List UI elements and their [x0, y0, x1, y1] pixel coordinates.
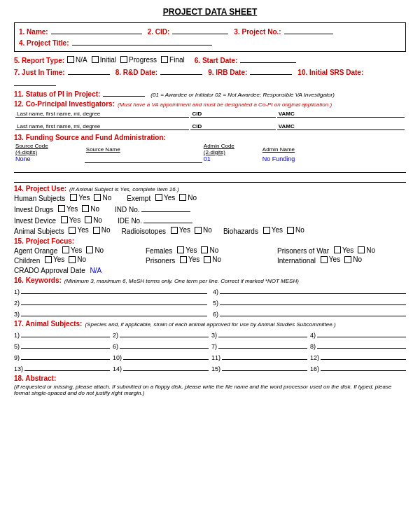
animal-field-5[interactable] [21, 340, 110, 349]
animal-field-10[interactable] [123, 351, 209, 360]
fund-row2-code[interactable] [14, 162, 85, 172]
ch-no-checkbox[interactable] [69, 256, 76, 263]
na-checkbox[interactable] [67, 56, 74, 63]
agent-orange-label: Agent Orange [14, 247, 57, 255]
fund-source-code-val: None [14, 155, 85, 162]
animal-field-13[interactable] [24, 363, 110, 371]
device-yes-checkbox[interactable] [61, 216, 68, 223]
pow-yes-checkbox[interactable] [334, 246, 341, 253]
animal-field-6[interactable] [120, 340, 209, 349]
drugs-yes-checkbox[interactable] [58, 205, 65, 212]
rd-date-label: 8. R&D Date: [115, 69, 158, 76]
just-in-time-field[interactable] [68, 66, 110, 75]
prisoners-war-label: Prisoners of War [277, 247, 329, 255]
fund-row3-code[interactable] [14, 172, 85, 182]
intl-yes-checkbox[interactable] [321, 256, 328, 263]
fund-row2-admin-name[interactable] [261, 162, 406, 172]
pris-no-checkbox[interactable] [204, 256, 211, 263]
animal-field-14[interactable] [123, 363, 209, 371]
animal-field-2[interactable] [120, 329, 209, 337]
name-field[interactable] [51, 26, 142, 34]
animal-field-12[interactable] [321, 351, 406, 360]
fund-row2-name[interactable] [85, 162, 202, 172]
project-no-field[interactable] [284, 26, 333, 34]
fund-row3-admin-code[interactable] [202, 172, 261, 182]
co-pi-vamc-1[interactable]: VAMC [277, 111, 405, 118]
source-name-header: Source Name [85, 143, 202, 155]
animal-field-9[interactable] [21, 351, 110, 360]
initial-srs-field[interactable] [14, 78, 56, 86]
abstract-note: (If requested or missing, please attach.… [14, 384, 406, 396]
bio-yes-checkbox[interactable] [263, 227, 270, 234]
animal-9: 9) [14, 351, 110, 361]
co-pi-cid-1[interactable]: CID [190, 111, 275, 118]
ind-field[interactable] [141, 204, 190, 212]
fem-yes-checkbox[interactable] [177, 246, 184, 253]
human-no-checkbox[interactable] [94, 194, 101, 201]
report-type-label: 5. Report Type: [14, 57, 64, 64]
cid-field[interactable] [172, 26, 228, 34]
initial-srs-label: 10. Initial SRS Date: [298, 69, 363, 76]
animal-yes-checkbox[interactable] [69, 227, 76, 234]
na-checkbox-item: N/A [67, 56, 88, 64]
status-pi-field[interactable] [103, 88, 145, 97]
project-use-note: (If Animal Subject is Yes, complete Item… [69, 186, 179, 192]
kw-field-1[interactable] [21, 286, 207, 294]
radio-yes-checkbox[interactable] [171, 227, 178, 234]
animal-13: 13) [14, 363, 110, 372]
kw-field-2[interactable] [21, 297, 207, 305]
animal-field-16[interactable] [321, 363, 406, 371]
fund-row3-name[interactable] [85, 172, 202, 182]
animal-field-4[interactable] [317, 329, 406, 337]
fund-row2-admin-code[interactable] [202, 162, 261, 172]
device-no-checkbox[interactable] [85, 216, 92, 223]
start-date-label: 6. Start Date: [195, 57, 238, 64]
start-date-field[interactable] [240, 55, 296, 63]
exempt-no-checkbox[interactable] [179, 194, 186, 201]
human-yes-checkbox[interactable] [70, 194, 77, 201]
animal-field-8[interactable] [317, 340, 406, 349]
project-title-field[interactable] [72, 37, 212, 46]
pris-yes-checkbox[interactable] [180, 256, 187, 263]
kw-field-6[interactable] [220, 308, 406, 316]
ao-no-checkbox[interactable] [86, 246, 93, 253]
kw-4: 4) [213, 286, 406, 295]
co-pi-vamc-2[interactable]: VAMC [277, 119, 405, 130]
co-pi-cid-2[interactable]: CID [190, 119, 275, 130]
irb-date-field[interactable] [250, 66, 292, 75]
bio-no-checkbox[interactable] [287, 227, 294, 234]
animal-field-11[interactable] [222, 351, 307, 360]
pow-no-checkbox[interactable] [358, 246, 365, 253]
animal-field-3[interactable] [218, 329, 307, 337]
intl-no-checkbox[interactable] [344, 256, 351, 263]
ao-yes-checkbox[interactable] [62, 246, 69, 253]
ind-label: IND No. [115, 206, 140, 214]
drugs-no-checkbox[interactable] [82, 205, 89, 212]
animal-field-1[interactable] [21, 329, 110, 337]
animal-field-15[interactable] [222, 363, 307, 371]
animal-1: 1) [14, 329, 110, 339]
fem-no-checkbox[interactable] [201, 246, 208, 253]
animal-no-checkbox[interactable] [93, 227, 100, 234]
radio-no-checkbox[interactable] [195, 227, 202, 234]
crado-label: CRADO Approval Date [14, 267, 85, 274]
kw-field-3[interactable] [21, 308, 207, 316]
name-label: 1. Name: [19, 28, 48, 36]
kw-field-5[interactable] [220, 297, 406, 305]
project-no-label: 3. Project No.: [234, 28, 281, 36]
progress-checkbox[interactable] [120, 56, 127, 63]
ide-field[interactable] [144, 215, 192, 223]
ch-yes-checkbox[interactable] [45, 256, 52, 263]
initial-checkbox[interactable] [92, 56, 99, 63]
kw-field-4[interactable] [220, 286, 406, 294]
animal-12: 12) [310, 351, 406, 361]
animal-16: 16) [310, 363, 406, 372]
fund-row3-admin-name[interactable] [261, 172, 406, 182]
initial-label: Initial [100, 56, 116, 64]
animal-subjects-17-label: 17. Animal Subjects: [14, 320, 82, 328]
exempt-yes-checkbox[interactable] [155, 194, 162, 201]
rd-date-field[interactable] [160, 66, 202, 75]
animal-10: 10) [113, 351, 209, 361]
animal-field-7[interactable] [218, 340, 307, 349]
final-checkbox[interactable] [161, 56, 168, 63]
